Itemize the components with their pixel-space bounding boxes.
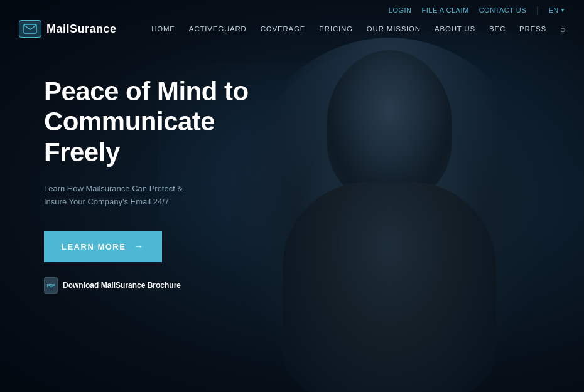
chevron-down-icon: ▼: [560, 8, 565, 13]
hero-subtitle: Learn How Mailsurance Can Protect & Insu…: [44, 183, 207, 209]
nav-item-home[interactable]: HOME: [151, 25, 175, 33]
logo-area[interactable]: MailSurance: [19, 20, 117, 38]
lang-label: EN: [549, 6, 558, 14]
nav-item-bec[interactable]: BEC: [489, 25, 506, 33]
logo-icon: [19, 20, 41, 38]
header: LOGIN FILE A CLAIM CONTACT US | EN ▼ Mai…: [0, 0, 584, 45]
hero-title: Peace of Mind to Communicate Freely: [44, 77, 264, 167]
download-brochure-link[interactable]: PDF Download MailSurance Brochure: [44, 277, 264, 294]
nav-links: HOME ACTIVEGUARD COVERAGE PRICING OUR MI…: [151, 24, 565, 34]
contact-us-link[interactable]: CONTACT US: [479, 6, 527, 14]
brand-name: MailSurance: [46, 23, 117, 36]
download-label: Download MailSurance Brochure: [63, 281, 181, 290]
nav-item-activeguard[interactable]: ACTIVEGUARD: [189, 25, 247, 33]
language-selector[interactable]: EN ▼: [549, 6, 565, 14]
arrow-icon: →: [133, 241, 144, 252]
pdf-icon: PDF: [44, 277, 58, 294]
learn-more-button[interactable]: LEARN MORE →: [44, 231, 162, 262]
file-claim-link[interactable]: FILE A CLAIM: [422, 6, 469, 14]
nav-item-our-mission[interactable]: OUR MISSION: [367, 25, 421, 33]
person-body: [283, 182, 496, 392]
divider: |: [536, 5, 539, 15]
search-icon[interactable]: ⌕: [560, 24, 565, 34]
hero-content: Peace of Mind to Communicate Freely Lear…: [0, 45, 264, 294]
nav-item-press[interactable]: PRESS: [519, 25, 546, 33]
login-link[interactable]: LOGIN: [389, 6, 412, 14]
nav-item-coverage[interactable]: COVERAGE: [261, 25, 306, 33]
top-bar: LOGIN FILE A CLAIM CONTACT US | EN ▼: [0, 0, 584, 20]
nav-item-about-us[interactable]: ABOUT US: [435, 25, 475, 33]
main-navigation: MailSurance HOME ACTIVEGUARD COVERAGE PR…: [0, 20, 584, 45]
svg-rect-0: [24, 24, 36, 33]
nav-item-pricing[interactable]: PRICING: [319, 25, 353, 33]
person-head: [327, 50, 452, 201]
cta-label: LEARN MORE: [62, 242, 126, 252]
